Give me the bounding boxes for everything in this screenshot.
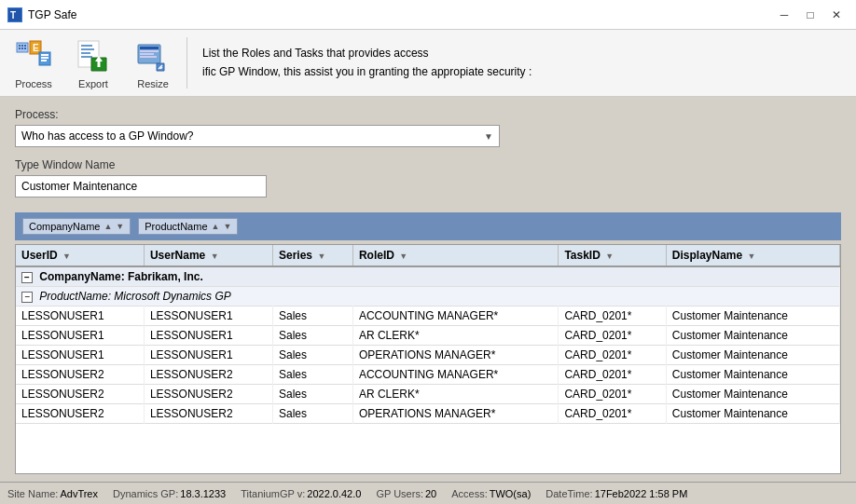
table-row[interactable]: LESSONUSER2 LESSONUSER2 Sales AR CLERK* … (16, 385, 840, 404)
status-datetime: DateTime: 17Feb2022 1:58 PM (545, 488, 687, 499)
svg-rect-27 (140, 56, 157, 58)
expand-icon[interactable]: − (21, 292, 33, 303)
export-button[interactable]: Export (67, 34, 119, 92)
status-gpusers: GP Users: 20 (376, 488, 436, 499)
svg-rect-7 (21, 48, 23, 49)
type-window-input[interactable] (15, 175, 267, 198)
minimize-button[interactable]: ─ (772, 6, 796, 24)
table-row[interactable]: LESSONUSER1 LESSONUSER1 Sales AR CLERK* … (16, 326, 840, 346)
svg-text:T: T (10, 10, 16, 20)
toolbar-description: List the Roles and Tasks that provides a… (195, 34, 849, 92)
cell-displayname: Customer Maintenance (666, 306, 839, 326)
process-row: Who has access to a GP Window? ▼ (15, 125, 841, 147)
table-row[interactable]: LESSONUSER1 LESSONUSER1 Sales OPERATIONS… (16, 346, 840, 365)
toolbar-divider (186, 37, 187, 89)
col-userid[interactable]: UserID ▼ (16, 245, 144, 266)
cell-roleid: ACCOUNTING MANAGER* (352, 306, 558, 326)
taskid-sort-icon: ▼ (605, 252, 614, 261)
process-button[interactable]: E Process (7, 34, 60, 92)
username-sort-icon: ▼ (211, 252, 219, 261)
status-access: Access: TWO(sa) (451, 488, 531, 499)
cell-taskid: CARD_0201* (559, 365, 666, 385)
data-table-container[interactable]: UserID ▼ UserName ▼ Series ▼ RoleID ▼ (15, 244, 841, 474)
resize-button[interactable]: Resize (127, 34, 179, 92)
cell-series: Sales (273, 346, 353, 365)
product-name-label: ProductName (145, 221, 207, 232)
description-line1: List the Roles and Tasks that provides a… (202, 45, 841, 62)
status-dynamics: Dynamics GP: 18.3.1233 (113, 488, 226, 499)
cell-userid: LESSONUSER2 (16, 385, 144, 404)
chevron-down-icon: ▼ (484, 131, 493, 142)
cell-userid: LESSONUSER2 (16, 404, 144, 424)
close-button[interactable]: ✕ (824, 6, 849, 24)
company-name-filter[interactable]: CompanyName ▲ ▼ (22, 218, 131, 235)
title-bar: T TGP Safe ─ □ ✕ (0, 0, 856, 30)
svg-text:E: E (33, 43, 39, 53)
app-icon: T (7, 7, 22, 22)
cell-taskid: CARD_0201* (559, 404, 666, 424)
table-row[interactable]: LESSONUSER2 LESSONUSER2 Sales OPERATIONS… (16, 404, 840, 424)
process-icon: E (15, 37, 52, 75)
cell-username: LESSONUSER1 (144, 326, 272, 346)
cell-username: LESSONUSER1 (144, 346, 272, 365)
cell-taskid: CARD_0201* (559, 346, 666, 365)
svg-rect-6 (19, 48, 21, 49)
svg-rect-24 (140, 47, 159, 49)
col-username[interactable]: UserName ▼ (144, 245, 272, 266)
maximize-button[interactable]: □ (798, 6, 822, 24)
cell-taskid: CARD_0201* (559, 326, 666, 346)
type-window-row (15, 175, 841, 198)
cell-series: Sales (273, 404, 353, 424)
cell-roleid: ACCOUNTING MANAGER* (352, 365, 558, 385)
svg-rect-16 (81, 45, 92, 47)
svg-rect-8 (24, 48, 26, 49)
col-displayname[interactable]: DisplayName ▼ (666, 245, 839, 266)
status-sitename: Site Name: AdvTrex (7, 488, 98, 499)
cell-taskid: CARD_0201* (559, 306, 666, 326)
table-row[interactable]: LESSONUSER1 LESSONUSER1 Sales ACCOUNTING… (16, 306, 840, 326)
expand-icon[interactable]: − (21, 272, 33, 283)
chevron-icon2: ▼ (223, 222, 231, 231)
results-table: UserID ▼ UserName ▼ Series ▼ RoleID ▼ (16, 245, 840, 424)
main-content: Process: Who has access to a GP Window? … (0, 97, 856, 482)
svg-rect-12 (41, 54, 48, 56)
export-label: Export (78, 78, 108, 89)
roleid-sort-icon: ▼ (399, 252, 407, 261)
cell-displayname: Customer Maintenance (666, 385, 839, 404)
cell-userid: LESSONUSER1 (16, 306, 144, 326)
resize-icon (134, 37, 172, 75)
table-row[interactable]: LESSONUSER2 LESSONUSER2 Sales ACCOUNTING… (16, 365, 840, 385)
process-select[interactable]: Who has access to a GP Window? ▼ (15, 125, 500, 147)
product-name-filter[interactable]: ProductName ▲ ▼ (138, 218, 238, 235)
title-bar-left: T TGP Safe (7, 7, 76, 22)
svg-rect-22 (98, 61, 101, 67)
svg-rect-25 (140, 50, 159, 52)
company-name-label: CompanyName (29, 221, 100, 232)
cell-roleid: AR CLERK* (352, 326, 558, 346)
svg-rect-14 (41, 60, 47, 61)
cell-series: Sales (273, 365, 353, 385)
svg-rect-18 (81, 52, 90, 54)
export-icon (75, 37, 112, 75)
cell-username: LESSONUSER1 (144, 306, 272, 326)
svg-rect-17 (81, 48, 94, 50)
cell-displayname: Customer Maintenance (666, 404, 839, 424)
cell-series: Sales (273, 326, 353, 346)
svg-rect-13 (41, 57, 48, 59)
cell-displayname: Customer Maintenance (666, 365, 839, 385)
col-series[interactable]: Series ▼ (273, 245, 353, 266)
userid-sort-icon: ▼ (62, 252, 71, 261)
svg-rect-4 (21, 45, 23, 47)
cell-taskid: CARD_0201* (559, 385, 666, 404)
cell-displayname: Customer Maintenance (666, 346, 839, 365)
col-roleid[interactable]: RoleID ▼ (352, 245, 558, 266)
cell-username: LESSONUSER2 (144, 404, 272, 424)
col-taskid[interactable]: TaskID ▼ (559, 245, 666, 266)
svg-rect-3 (19, 45, 21, 47)
cell-username: LESSONUSER2 (144, 365, 272, 385)
status-titanium: TitaniumGP v: 2022.0.42.0 (241, 488, 361, 499)
filter-bar: CompanyName ▲ ▼ ProductName ▲ ▼ (15, 212, 841, 240)
status-bar: Site Name: AdvTrex Dynamics GP: 18.3.123… (0, 482, 856, 504)
process-label: Process (15, 78, 52, 89)
cell-series: Sales (273, 306, 353, 326)
